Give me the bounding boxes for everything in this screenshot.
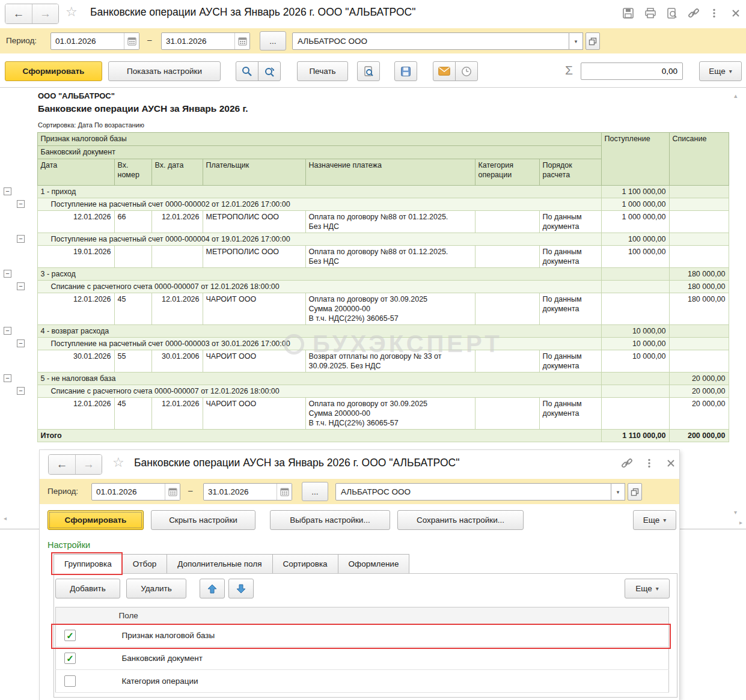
open-organization-icon[interactable] — [628, 483, 642, 501]
period-options-button[interactable]: ... — [260, 31, 286, 50]
col-header-date: Дата — [37, 159, 114, 186]
hide-settings-button[interactable]: Скрыть настройки — [151, 510, 255, 530]
scrollbar-left-icon[interactable]: ◂ — [4, 516, 7, 522]
collapse-group-button[interactable]: − — [17, 387, 25, 395]
forward-button[interactable]: → — [32, 4, 58, 23]
tab-Группировка[interactable]: Группировка — [54, 554, 122, 574]
favorite-star-icon[interactable]: ☆ — [66, 5, 78, 19]
generate-button[interactable]: Сформировать — [5, 61, 102, 81]
more-dots-icon[interactable] — [707, 6, 721, 20]
save-result-button[interactable] — [394, 61, 417, 81]
forward-icon: → — [40, 7, 51, 20]
chevron-down-icon[interactable]: ▾ — [611, 483, 625, 501]
report-row-group[interactable]: −3 - расход180 000,00 — [0, 268, 729, 281]
add-button[interactable]: Добавить — [55, 579, 120, 598]
link-icon[interactable] — [686, 6, 701, 20]
settings-section-title: Настройки — [47, 540, 90, 550]
report-row-doc[interactable]: −Поступление на расчетный счет 0000-0000… — [0, 198, 729, 211]
field-checkbox[interactable]: ✓ — [64, 653, 76, 664]
collapse-group-button[interactable]: − — [17, 235, 25, 243]
close-icon[interactable] — [729, 6, 743, 20]
tab-Сортировка[interactable]: Сортировка — [272, 554, 338, 574]
date-to-field[interactable]: 31.01.2026 — [161, 32, 250, 50]
calendar-icon[interactable] — [124, 33, 139, 49]
save-icon[interactable] — [621, 6, 635, 20]
scrollbar-up-icon[interactable]: ▴ — [734, 93, 738, 99]
collapse-group-button[interactable]: − — [4, 327, 11, 335]
scrollbar-right-icon[interactable]: ▸ — [739, 520, 742, 526]
preview-icon[interactable] — [665, 6, 679, 20]
report-row-group[interactable]: −4 - возврат расхода10 000,00 — [0, 325, 729, 338]
back-button[interactable]: ← — [49, 455, 75, 474]
calendar-icon[interactable] — [165, 484, 180, 500]
date-to-field[interactable]: 31.01.2026 — [203, 483, 292, 501]
search-next-button[interactable] — [258, 61, 281, 81]
print-preview-button[interactable] — [357, 61, 380, 81]
more-dots-icon[interactable] — [642, 456, 656, 470]
report-row-doc[interactable]: −Списание с расчетного счета 0000-000007… — [0, 281, 729, 293]
collapse-group-button[interactable]: − — [4, 187, 11, 195]
tab-Отбор[interactable]: Отбор — [122, 554, 167, 574]
close-icon[interactable] — [664, 456, 678, 470]
collapse-group-button[interactable]: − — [17, 282, 25, 290]
scrollbar-down-icon[interactable]: ▾ — [734, 510, 737, 516]
header-tax-base: Признак налоговой базы — [37, 133, 601, 146]
report-row-detail[interactable]: 12.01.20264512.01.2026ЧАРОИТ ООООплата п… — [0, 293, 729, 325]
remove-button[interactable]: Удалить — [126, 579, 186, 598]
move-up-button[interactable] — [200, 579, 225, 598]
date-from-value: 01.01.2026 — [92, 484, 165, 500]
print-button[interactable]: Печать — [297, 61, 348, 81]
calendar-icon[interactable] — [234, 33, 249, 49]
date-from-field[interactable]: 01.01.2026 — [91, 483, 180, 501]
report-row-detail[interactable]: 12.01.20264512.01.2026ЧАРОИТ ООООплата п… — [0, 398, 729, 430]
forward-button[interactable]: → — [75, 455, 102, 474]
tab-Оформление[interactable]: Оформление — [338, 554, 410, 574]
more-button[interactable]: Еще▾ — [699, 61, 742, 81]
more-button[interactable]: Еще▾ — [625, 579, 670, 598]
report-row-group[interactable]: −5 - не налоговая база20 000,00 — [0, 373, 729, 385]
field-checkbox[interactable]: ✓ — [64, 630, 76, 641]
report-row-group[interactable]: −1 - приход1 100 000,00 — [0, 186, 729, 198]
chevron-down-icon[interactable]: ▾ — [569, 32, 583, 50]
report-row-detail[interactable]: 30.01.20265530.01.2006ЧАРОИТ ОООВозврат … — [0, 350, 729, 373]
autosum-field[interactable] — [581, 62, 683, 80]
save-settings-button[interactable]: Сохранить настройки... — [397, 510, 524, 530]
grouping-field-row[interactable]: ✓Признак налоговой базы — [56, 624, 669, 647]
report-row-doc[interactable]: −Поступление на расчетный счет 0000-0000… — [0, 233, 729, 246]
show-settings-button[interactable]: Показать настройки — [108, 61, 221, 81]
choose-settings-button[interactable]: Выбрать настройки... — [270, 510, 390, 530]
collapse-group-button[interactable]: − — [17, 339, 25, 347]
favorite-star-icon[interactable]: ☆ — [112, 456, 124, 469]
report-row-doc[interactable]: −Поступление на расчетный счет 0000-0000… — [0, 338, 729, 350]
report-row-total[interactable]: Итого1 110 000,00200 000,00 — [0, 430, 729, 442]
move-down-button[interactable] — [228, 579, 254, 598]
print-icon[interactable] — [643, 6, 658, 20]
date-from-field[interactable]: 01.01.2026 — [50, 32, 139, 50]
report-row-doc[interactable]: −Списание с расчетного счета 0000-000007… — [0, 385, 729, 398]
report-row-detail[interactable]: 19.01.2026МЕТРОПОЛИС ООООплата по догово… — [0, 246, 729, 268]
generate-button[interactable]: Сформировать — [47, 510, 144, 530]
period-options-button[interactable]: ... — [302, 482, 328, 501]
search-button[interactable] — [236, 61, 258, 81]
more-button[interactable]: Еще▾ — [633, 510, 676, 530]
send-mail-button[interactable] — [433, 61, 456, 81]
schedule-button[interactable] — [455, 61, 478, 81]
organization-combo[interactable]: АЛЬБАТРОС ООО ▾ — [335, 483, 642, 501]
grouping-fields-table[interactable]: Поле ✓Признак налоговой базы✓Банковский … — [55, 607, 669, 693]
field-checkbox[interactable] — [64, 675, 76, 687]
tab-Дополнительные поля[interactable]: Дополнительные поля — [167, 554, 272, 574]
header-income: Поступление — [601, 133, 669, 186]
collapse-group-button[interactable]: − — [17, 200, 25, 208]
organization-combo[interactable]: АЛЬБАТРОС ООО ▾ — [292, 32, 600, 50]
report-table[interactable]: Признак налоговой базы Поступление Списа… — [0, 132, 729, 442]
link-icon[interactable] — [620, 456, 634, 470]
calendar-icon[interactable] — [277, 484, 292, 500]
grouping-field-row[interactable]: Категория операции — [56, 670, 669, 693]
collapse-group-button[interactable]: − — [4, 270, 11, 278]
report-toolbar: Сформировать Показать настройки Печать Σ… — [0, 53, 746, 87]
open-organization-icon[interactable] — [585, 32, 600, 50]
collapse-group-button[interactable]: − — [4, 374, 11, 382]
back-button[interactable]: ← — [5, 4, 32, 23]
grouping-field-row[interactable]: ✓Банковский документ — [56, 647, 669, 670]
report-row-detail[interactable]: 12.01.20266612.01.2026МЕТРОПОЛИС ООООпла… — [0, 211, 729, 233]
